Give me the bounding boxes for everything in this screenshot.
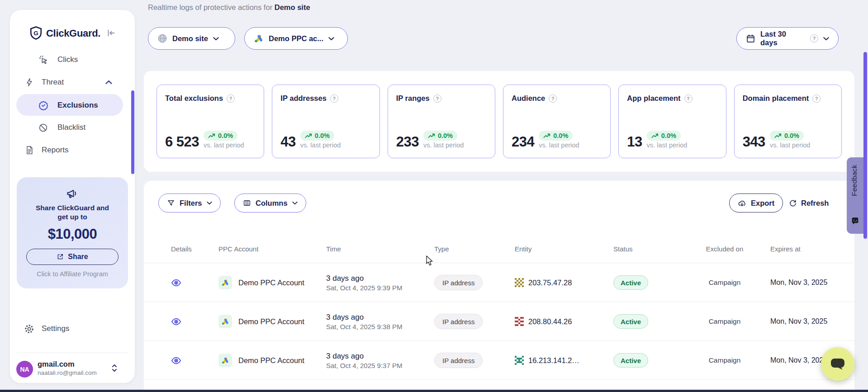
columns-icon (243, 199, 251, 207)
column-header-time[interactable]: Time (326, 234, 341, 263)
page-subtitle: Realtime logs of protective actions for … (148, 3, 310, 12)
sidebar-item-threat[interactable]: Threat (10, 71, 135, 94)
logo-text: ClickGuard. (46, 28, 100, 39)
user-email: naatali.ro@gmail.com (38, 369, 97, 376)
status-badge: Active (613, 353, 648, 368)
google-ads-icon (218, 315, 232, 328)
columns-dropdown[interactable]: Columns (234, 194, 306, 213)
help-icon[interactable]: ? (227, 94, 235, 103)
column-header-ppc-account[interactable]: PPC Account (218, 234, 258, 263)
entity-value: 208.80.44.26 (528, 317, 572, 326)
stat-label: Audience (512, 94, 545, 103)
sidebar-item-label: Blacklist (57, 123, 85, 132)
sidebar-item-label: Reports (42, 146, 69, 155)
calendar-icon (746, 34, 755, 43)
sidebar-item-clicks[interactable]: Clicks (10, 48, 135, 71)
refresh-button[interactable]: Refresh (789, 194, 829, 213)
ppc-account-selector-dropdown[interactable]: Demo PPC ac... (244, 27, 348, 50)
share-button[interactable]: Share (26, 249, 119, 265)
time-cell: 3 days ago Sat, Oct 4, 2025 9:38 PM (326, 312, 402, 331)
chat-bubble-icon (830, 357, 845, 371)
stat-value: 6 523 (165, 135, 199, 149)
stat-card-domain-placement: Domain placement? 343 0.0% vs. last peri… (734, 85, 842, 158)
site-selector-dropdown[interactable]: Demo site (148, 27, 235, 50)
sidebar-item-reports[interactable]: Reports (10, 139, 135, 161)
sidebar-item-settings[interactable]: Settings (10, 317, 135, 340)
chevron-down-icon (328, 37, 334, 41)
chat-launcher-button[interactable] (821, 347, 854, 381)
feedback-tab[interactable]: Feedback (847, 157, 863, 234)
promo-title: Share ClickGuard and get up to (17, 203, 128, 222)
stats-panel: Total exclusions? 6 523 0.0% vs. last pe… (144, 71, 854, 172)
help-icon[interactable]: ? (433, 94, 441, 103)
sidebar-scrollbar[interactable] (131, 90, 134, 174)
export-button[interactable]: Export (729, 194, 783, 213)
chevron-down-icon (823, 37, 829, 41)
stat-label: Domain placement (743, 94, 809, 103)
expires-at-value: Mon, Nov 3, 2025 (770, 302, 827, 341)
stat-caption: vs. last period (300, 142, 341, 149)
promo-caption: Click to Affiliate Program (17, 270, 128, 278)
type-badge: IP address (434, 275, 483, 290)
stat-caption: vs. last period (539, 142, 579, 149)
stat-value: 343 (743, 135, 765, 149)
entity-identicon (515, 278, 524, 287)
status-badge: Active (613, 314, 648, 329)
stat-value: 234 (512, 135, 534, 149)
help-icon[interactable]: ? (330, 94, 338, 103)
filter-icon (167, 199, 175, 207)
column-header-status[interactable]: Status (613, 234, 633, 263)
filters-dropdown[interactable]: Filters (158, 194, 221, 213)
feedback-label: Feedback (850, 165, 859, 196)
bottom-edge-strip (0, 390, 868, 392)
affiliate-promo-card[interactable]: Share ClickGuard and get up to $10,000 S… (17, 177, 128, 288)
view-details-eye-icon[interactable] (171, 316, 181, 327)
globe-icon (157, 33, 167, 43)
ppc-account-name: Demo PPC Account (238, 356, 304, 365)
help-icon[interactable]: ? (810, 34, 818, 43)
view-details-eye-icon[interactable] (171, 355, 181, 366)
stat-value: 43 (280, 135, 295, 149)
stat-label: IP ranges (396, 94, 430, 103)
view-details-eye-icon[interactable] (171, 278, 181, 288)
column-header-entity[interactable]: Entity (515, 234, 532, 263)
trend-badge: 0.0% (770, 131, 804, 141)
chevron-up-icon[interactable] (105, 80, 112, 85)
column-header-excluded-on[interactable]: Excluded on (704, 234, 745, 263)
column-header-expires-at[interactable]: Expires at (770, 234, 801, 263)
help-icon[interactable]: ? (812, 94, 821, 103)
trend-badge: 0.0% (204, 131, 237, 141)
user-name: gmail.com (38, 360, 75, 368)
badge-check-icon (38, 100, 48, 110)
sidebar: G ClickGuard. Clicks Threat Exclusions B… (10, 10, 135, 383)
column-header-type[interactable]: Type (434, 234, 449, 263)
collapse-sidebar-icon[interactable] (106, 28, 116, 38)
time-cell: 3 days ago Sat, Oct 4, 2025 9:37 PM (326, 351, 402, 370)
chevron-down-icon (207, 201, 212, 205)
date-range-dropdown[interactable]: Last 30 days ? (736, 27, 839, 50)
table-header-row: Details PPC Account Time Type Entity Sta… (144, 234, 854, 263)
user-account-switcher[interactable]: NA gmail.com naatali.ro@gmail.com (10, 358, 135, 381)
type-badge: IP address (434, 353, 483, 368)
help-icon[interactable]: ? (549, 94, 557, 103)
stat-value: 233 (396, 135, 419, 149)
clickguard-logo-icon: G (30, 26, 42, 40)
lightning-icon (25, 77, 34, 87)
stat-caption: vs. last period (423, 142, 464, 149)
entity-identicon (515, 317, 524, 326)
stat-card-ip-ranges: IP ranges? 233 0.0% vs. last period (388, 85, 495, 158)
column-header-details[interactable]: Details (171, 234, 192, 263)
logo-row: G ClickGuard. (10, 26, 135, 41)
sidebar-item-exclusions[interactable]: Exclusions (10, 94, 135, 117)
external-link-icon (57, 253, 64, 260)
table-row: Demo PPC Account 3 days ago Sat, Oct 4, … (144, 263, 854, 302)
help-icon[interactable]: ? (684, 94, 693, 103)
site-selector-value: Demo site (172, 34, 208, 43)
expires-at-value: Mon, Nov 3, 2025 (770, 341, 827, 380)
chevron-down-icon (292, 201, 298, 205)
sidebar-item-blacklist[interactable]: Blacklist (10, 116, 135, 139)
prohibited-icon (38, 123, 48, 132)
page-scrollbar[interactable] (863, 52, 867, 239)
ppc-account-selector-value: Demo PPC ac... (269, 34, 323, 43)
stat-card-app-placement: App placement? 13 0.0% vs. last period (618, 85, 726, 158)
